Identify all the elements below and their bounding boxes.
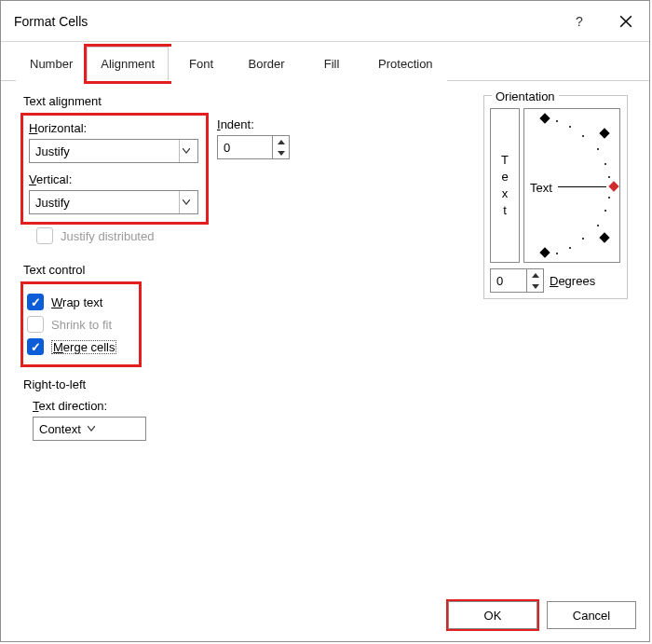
justify-distributed-checkbox: Justify distributed [36, 227, 465, 244]
dialog-footer: OK Cancel [1, 589, 649, 641]
merge-cells-checkbox[interactable]: Merge cells [27, 338, 133, 355]
format-cells-dialog: Format Cells ? Number Alignment Font Bor… [0, 0, 650, 642]
chevron-down-icon [179, 140, 192, 162]
checkbox-icon [27, 316, 44, 333]
checkbox-icon [27, 294, 44, 310]
horizontal-select[interactable]: Justify [29, 139, 198, 163]
tab-alignment[interactable]: Alignment [87, 47, 169, 81]
chevron-down-icon [179, 191, 192, 213]
spin-down-icon[interactable] [527, 281, 543, 292]
text-alignment-heading: Text alignment [23, 94, 465, 108]
checkbox-icon [36, 227, 53, 244]
indent-label: Indent: [217, 117, 290, 131]
orientation-dial[interactable]: Text [523, 108, 620, 263]
orientation-heading: Orientation [492, 89, 559, 103]
text-direction-label: Text direction: [33, 399, 465, 413]
spin-down-icon[interactable] [273, 147, 289, 158]
orientation-vertical-button[interactable]: T e x t [490, 108, 520, 263]
tab-bar: Number Alignment Font Border Fill Protec… [1, 46, 649, 81]
tab-font[interactable]: Font [169, 47, 234, 81]
vertical-select[interactable]: Justify [29, 190, 198, 214]
close-button[interactable] [603, 2, 649, 41]
shrink-to-fit-checkbox: Shrink to fit [27, 316, 133, 333]
rtl-heading: Right-to-left [23, 377, 465, 391]
text-control-highlight-group: Wrap text Shrink to fit Merge cells [23, 284, 139, 364]
wrap-text-checkbox[interactable]: Wrap text [27, 294, 133, 310]
tab-border[interactable]: Border [234, 47, 299, 81]
cancel-button[interactable]: Cancel [547, 601, 636, 629]
dialog-title: Format Cells [14, 14, 88, 29]
help-button[interactable]: ? [556, 2, 603, 41]
tab-protection[interactable]: Protection [364, 47, 447, 81]
alignment-highlight-group: Horizontal: Justify Vertical: Justify [23, 116, 206, 222]
tab-number[interactable]: Number [16, 47, 87, 81]
degrees-label: Degrees [550, 274, 595, 288]
titlebar: Format Cells ? [1, 1, 649, 42]
text-control-heading: Text control [23, 263, 465, 277]
tab-fill[interactable]: Fill [299, 47, 364, 81]
checkbox-icon [27, 338, 44, 355]
spin-up-icon[interactable] [273, 136, 289, 147]
degrees-spinner[interactable]: 0 [490, 268, 544, 293]
vertical-label: Vertical: [29, 172, 200, 186]
spin-up-icon[interactable] [527, 269, 543, 281]
orientation-group: Orientation T e x t Text [483, 95, 628, 299]
ok-button[interactable]: OK [448, 601, 537, 629]
horizontal-label: Horizontal: [29, 121, 200, 135]
indent-spinner[interactable]: 0 [217, 135, 290, 159]
text-direction-select[interactable]: Context [33, 417, 146, 441]
chevron-down-icon [85, 418, 98, 440]
